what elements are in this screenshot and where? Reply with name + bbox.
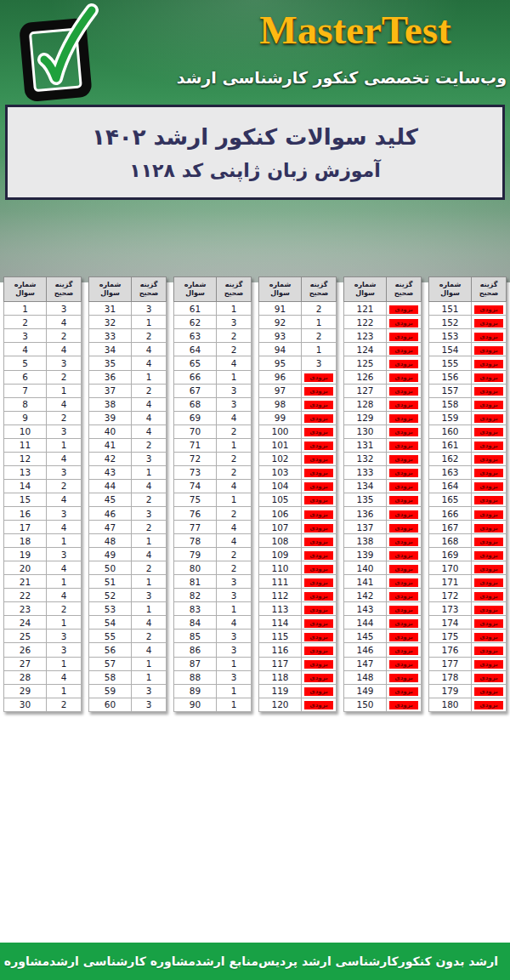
answer-row: 204 — [4, 561, 82, 575]
correct-option: بزودی — [302, 452, 337, 465]
question-number: 163 — [429, 465, 472, 479]
correct-option: 2 — [217, 561, 252, 575]
correct-option-header: گزینه صحیح — [47, 277, 82, 302]
answer-row: 813 — [174, 575, 252, 589]
correct-option: بزودی — [387, 302, 422, 316]
correct-option: 2 — [132, 438, 167, 452]
answer-locked-badge: بزودی — [474, 442, 503, 450]
question-number: 155 — [429, 356, 472, 370]
question-number: 30 — [4, 698, 47, 711]
answer-locked-badge: بزودی — [389, 428, 418, 436]
question-number: 149 — [344, 684, 387, 698]
answer-locked-badge: بزودی — [389, 524, 418, 533]
question-number: 173 — [429, 602, 472, 616]
question-number: 157 — [429, 384, 472, 397]
correct-option: بزودی — [472, 370, 507, 384]
answer-row: 136بزودی — [344, 507, 422, 521]
correct-option: 2 — [217, 507, 252, 521]
question-number: 52 — [89, 589, 132, 602]
correct-option: 4 — [47, 561, 82, 575]
answer-row: 404 — [89, 424, 167, 438]
correct-option: 3 — [132, 684, 167, 698]
question-number: 18 — [4, 534, 47, 548]
question-number: 176 — [429, 643, 472, 657]
answer-locked-badge: بزودی — [304, 387, 333, 396]
footer-link-arshad-bedoone-konkur[interactable]: ارشد بدون کنکور — [399, 954, 498, 968]
answer-row: 831 — [174, 602, 252, 616]
question-number: 150 — [344, 698, 387, 711]
answer-row: 661 — [174, 370, 252, 384]
question-number: 46 — [89, 507, 132, 521]
correct-option: بزودی — [302, 493, 337, 506]
correct-option: 3 — [217, 397, 252, 411]
answer-locked-badge: بزودی — [304, 496, 333, 504]
correct-option: بزودی — [387, 548, 422, 561]
answer-locked-badge: بزودی — [389, 442, 418, 450]
correct-option: بزودی — [387, 630, 422, 643]
correct-option: بزودی — [387, 684, 422, 698]
question-number: 56 — [89, 643, 132, 657]
question-number: 177 — [429, 657, 472, 670]
answer-row: 96بزودی — [259, 370, 337, 384]
answer-row: 823 — [174, 589, 252, 602]
correct-option: بزودی — [472, 424, 507, 438]
question-number: 3 — [4, 329, 47, 343]
answer-row: 126بزودی — [344, 370, 422, 384]
correct-option: 3 — [217, 630, 252, 643]
answer-row: 101بزودی — [259, 438, 337, 452]
answer-row: 232 — [4, 602, 82, 616]
answer-row: 603 — [89, 698, 167, 711]
answer-row: 271 — [4, 657, 82, 670]
answer-row: 211 — [4, 575, 82, 589]
footer-link-entekhab-reshte[interactable]: مشاوره انتخاب رشته ارشد — [0, 954, 49, 968]
correct-option: 4 — [132, 343, 167, 356]
answer-row: 181 — [4, 534, 82, 548]
footer-link-moshavere-arshad[interactable]: مشاوره کارشناسی ارشد — [49, 954, 196, 968]
answer-row: 120بزودی — [259, 698, 337, 711]
correct-option: بزودی — [472, 643, 507, 657]
question-number: 73 — [174, 465, 217, 479]
answer-row: 784 — [174, 534, 252, 548]
correct-option: 2 — [47, 698, 82, 711]
answer-locked-badge: بزودی — [304, 687, 333, 696]
correct-option-header: گزینه صحیح — [387, 277, 422, 302]
question-number: 110 — [259, 561, 302, 575]
question-number: 54 — [89, 616, 132, 630]
correct-option: 3 — [217, 575, 252, 589]
footer-link-manabe-arshad[interactable]: منابع ارشد — [196, 954, 258, 968]
correct-option: بزودی — [472, 397, 507, 411]
answer-row: 145بزودی — [344, 630, 422, 643]
answer-locked-badge: بزودی — [304, 442, 333, 450]
question-number: 61 — [174, 302, 217, 316]
correct-option: بزودی — [387, 507, 422, 521]
answer-row: 176بزودی — [429, 643, 507, 657]
answer-row: 871 — [174, 657, 252, 670]
answer-locked-badge: بزودی — [474, 510, 503, 519]
question-number: 136 — [344, 507, 387, 521]
answer-locked-badge: بزودی — [304, 469, 333, 477]
correct-option: 2 — [47, 411, 82, 424]
answer-row: 151بزودی — [429, 302, 507, 316]
answer-row: 702 — [174, 424, 252, 438]
question-number: 131 — [344, 438, 387, 452]
question-number: 13 — [4, 465, 47, 479]
correct-option: بزودی — [387, 493, 422, 506]
correct-option: بزودی — [472, 561, 507, 575]
answer-row: 140بزودی — [344, 561, 422, 575]
answer-locked-badge: بزودی — [389, 701, 418, 709]
answer-row: 157بزودی — [429, 384, 507, 397]
correct-option: 4 — [132, 643, 167, 657]
footer-link-arshad-pardis[interactable]: کارشناسی ارشد پردیس — [258, 954, 399, 968]
answer-row: 148بزودی — [344, 670, 422, 684]
question-number: 108 — [259, 534, 302, 548]
answer-row: 552 — [89, 630, 167, 643]
correct-option: 4 — [132, 411, 167, 424]
answer-row: 694 — [174, 411, 252, 424]
correct-option: بزودی — [472, 575, 507, 589]
answer-row: 511 — [89, 575, 167, 589]
question-number: 125 — [344, 356, 387, 370]
correct-option: 1 — [47, 438, 82, 452]
question-number: 162 — [429, 452, 472, 465]
site-logo[interactable] — [12, 2, 107, 102]
answer-locked-badge: بزودی — [389, 619, 418, 628]
